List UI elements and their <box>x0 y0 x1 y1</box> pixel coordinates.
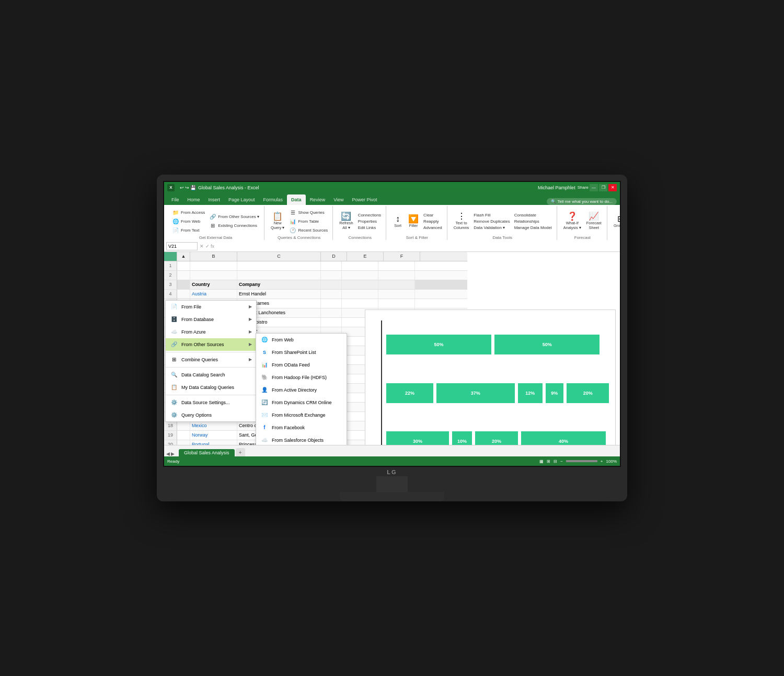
bar-segment: 40% <box>521 431 606 445</box>
view-layout-icon[interactable]: ⊞ <box>547 459 550 464</box>
recent-sources-label: Recent Sources <box>298 228 328 233</box>
relationships-button[interactable]: Relationships <box>513 219 554 224</box>
tab-formulas[interactable]: Formulas <box>259 194 287 205</box>
minimize-button[interactable]: — <box>590 184 598 191</box>
zoom-slider[interactable] <box>566 460 597 462</box>
view-breaks-icon[interactable]: ⊟ <box>554 459 557 464</box>
tell-me-input[interactable]: 🔍 Tell me what you want to do... <box>547 198 617 205</box>
properties-label: Properties <box>358 219 377 224</box>
add-sheet-button[interactable]: + <box>236 448 245 456</box>
restore-button[interactable]: ❐ <box>599 184 607 191</box>
advanced-button[interactable]: Advanced <box>422 225 444 231</box>
undo-icon[interactable]: ↩ <box>180 185 184 190</box>
sheet-tab-global-sales[interactable]: Global Sales Analysis <box>179 449 235 456</box>
save-icon[interactable]: 💾 <box>190 185 196 190</box>
what-if-label: What-IfAnalysis ▾ <box>563 221 581 230</box>
new-query-button[interactable]: 📋 NewQuery ▾ <box>269 211 287 231</box>
advanced-label: Advanced <box>423 225 442 230</box>
scroll-tabs-left[interactable]: ◀ <box>166 451 170 456</box>
name-box[interactable] <box>166 242 198 250</box>
ribbon-group-connections: 🔄 RefreshAll ▾ Connections Properties <box>334 206 386 240</box>
bar-segment: 12% <box>518 383 543 403</box>
sheet-tabs: ◀ ▶ Global Sales Analysis + <box>164 445 620 456</box>
zoom-in-button[interactable]: + <box>601 459 603 464</box>
what-if-button[interactable]: ❓ What-IfAnalysis ▾ <box>561 211 583 231</box>
consolidate-button[interactable]: Consolidate <box>513 212 554 218</box>
zoom-level: 100% <box>606 459 617 464</box>
connections-label: Connections <box>358 213 381 217</box>
tab-data[interactable]: Data <box>287 194 306 205</box>
excel-logo: X <box>167 184 175 191</box>
connections-button[interactable]: Connections <box>356 212 383 218</box>
relationships-label: Relationships <box>514 219 539 224</box>
tab-home[interactable]: Home <box>183 194 204 205</box>
tab-review[interactable]: Review <box>306 194 330 205</box>
tab-insert[interactable]: Insert <box>204 194 225 205</box>
from-table-label: From Table <box>298 219 319 224</box>
bar-segment: 50% <box>494 335 599 354</box>
tab-file[interactable]: File <box>167 194 183 205</box>
clear-button[interactable]: Clear <box>422 212 444 218</box>
what-if-icon: ❓ <box>567 212 578 221</box>
edit-links-button[interactable]: Edit Links <box>356 225 383 231</box>
redo-icon[interactable]: ↪ <box>185 185 189 190</box>
zoom-out-button[interactable]: − <box>560 459 563 464</box>
flash-fill-button[interactable]: Flash Fill <box>472 212 511 218</box>
recent-sources-button[interactable]: 🕐 Recent Sources <box>287 226 329 234</box>
forecast-sheet-button[interactable]: 📈 ForecastSheet <box>584 211 604 231</box>
existing-connections-button[interactable]: ⊞ Existing Connections <box>207 222 261 230</box>
reapply-button[interactable]: Reapply <box>422 219 444 224</box>
text-columns-icon: ⋮ <box>457 212 466 221</box>
refresh-all-button[interactable]: 🔄 RefreshAll ▾ <box>337 211 355 231</box>
data-validation-button[interactable]: Data Validation ▾ <box>472 225 511 231</box>
ribbon-group-queries: 📋 NewQuery ▾ ☰ Show Queries 📊 From Table <box>266 206 333 240</box>
sort-label: Sort <box>394 223 401 228</box>
ribbon-group-items: 📁 From Access 🌐 From Web 📄 From Text <box>170 206 261 234</box>
bar-segment: 9% <box>546 383 563 403</box>
title-bar-left: X ↩ ↪ 💾 Global Sales Analysis - Excel <box>167 184 259 191</box>
scroll-tabs-right[interactable]: ▶ <box>171 451 175 456</box>
from-table-button[interactable]: 📊 From Table <box>287 217 329 225</box>
ribbon-group-get-external-data: 📁 From Access 🌐 From Web 📄 From Text <box>167 206 264 240</box>
chart-area: 50% 50% 22% 37% <box>365 310 616 445</box>
sort-icon: ↕️ <box>396 215 400 223</box>
edit-links-label: Edit Links <box>358 225 376 230</box>
sort-filter-label: Sort & Filter <box>406 235 428 240</box>
filter-button[interactable]: 🔽 Filter <box>406 214 421 229</box>
status-right: ▦ ⊞ ⊟ − + 100% <box>539 459 617 464</box>
from-web-label: From Web <box>181 219 200 224</box>
from-table-icon: 📊 <box>289 217 296 225</box>
text-to-columns-button[interactable]: ⋮ Text toColumns <box>452 211 471 231</box>
remove-duplicates-button[interactable]: Remove Duplicates <box>472 219 511 224</box>
from-access-button[interactable]: 📁 From Access <box>170 208 206 216</box>
close-button[interactable]: ✕ <box>608 184 617 191</box>
connections-label: Connections <box>348 235 371 240</box>
from-web-button[interactable]: 🌐 From Web <box>170 217 206 225</box>
status-bar: Ready ▦ ⊞ ⊟ − + 100% <box>164 456 620 466</box>
group-button[interactable]: ⊞ Group ▾ <box>612 214 621 229</box>
sort-button[interactable]: ↕️ Sort <box>390 214 405 229</box>
view-normal-icon[interactable]: ▦ <box>539 459 544 464</box>
chart-bar-row-1: 50% 50% <box>386 331 610 358</box>
bar-segment: 10% <box>452 431 472 445</box>
share-button[interactable]: Share <box>578 185 589 190</box>
from-text-label: From Text <box>181 228 199 233</box>
from-other-sources-button[interactable]: 🔗 From Other Sources ▾ <box>207 213 261 221</box>
refresh-label: RefreshAll ▾ <box>339 221 353 230</box>
filter-icon: 🔽 <box>408 215 419 223</box>
tab-view[interactable]: View <box>329 194 348 205</box>
col-header-e: E <box>347 252 384 261</box>
window-title: Global Sales Analysis - Excel <box>198 185 259 190</box>
manage-data-model-button[interactable]: Manage Data Model <box>513 225 554 231</box>
tab-page-layout[interactable]: Page Layout <box>224 194 259 205</box>
show-queries-button[interactable]: ☰ Show Queries <box>287 208 329 216</box>
flash-fill-label: Flash Fill <box>474 213 490 217</box>
from-text-button[interactable]: 📄 From Text <box>170 226 206 234</box>
col-header-c: C <box>237 252 321 261</box>
formula-input[interactable] <box>216 242 618 250</box>
tab-power-pivot[interactable]: Power Pivot <box>348 194 382 205</box>
properties-button[interactable]: Properties <box>356 219 383 224</box>
consolidate-label: Consolidate <box>514 213 536 217</box>
bar-segment: 20% <box>475 431 517 445</box>
show-queries-icon: ☰ <box>289 209 296 216</box>
